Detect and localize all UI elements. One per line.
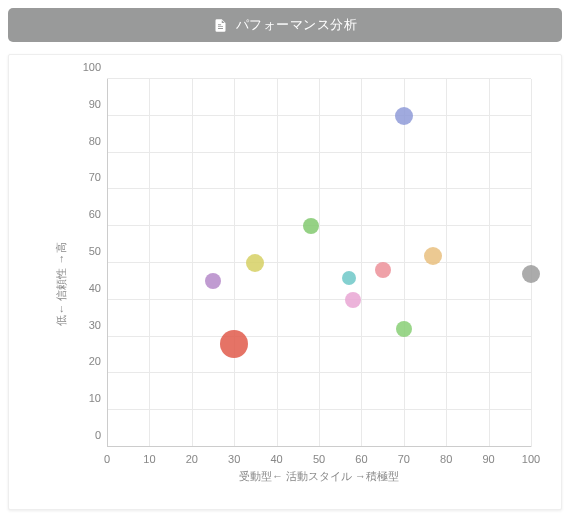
y-tick: 70 <box>89 171 107 183</box>
data-point[interactable] <box>522 265 540 283</box>
y-tick: 60 <box>89 208 107 220</box>
data-point[interactable] <box>246 254 264 272</box>
y-tick: 30 <box>89 319 107 331</box>
gridline-v <box>361 79 362 447</box>
data-point[interactable] <box>345 292 361 308</box>
gridline-v <box>446 79 447 447</box>
gridline-v <box>319 79 320 447</box>
data-point[interactable] <box>205 273 221 289</box>
y-tick: 50 <box>89 245 107 257</box>
gridline-v <box>234 79 235 447</box>
x-tick: 70 <box>398 447 410 465</box>
gridline-v <box>277 79 278 447</box>
page-header: パフォーマンス分析 <box>8 8 562 42</box>
x-tick: 40 <box>270 447 282 465</box>
x-tick: 20 <box>186 447 198 465</box>
y-tick: 0 <box>95 429 107 441</box>
data-point[interactable] <box>396 321 412 337</box>
data-point[interactable] <box>342 271 356 285</box>
x-tick: 80 <box>440 447 452 465</box>
gridline-v <box>489 79 490 447</box>
x-tick: 50 <box>313 447 325 465</box>
page-title: パフォーマンス分析 <box>236 16 358 34</box>
data-point[interactable] <box>375 262 391 278</box>
x-tick: 0 <box>104 447 110 465</box>
y-tick: 20 <box>89 355 107 367</box>
gridline-v <box>404 79 405 447</box>
x-tick: 100 <box>522 447 540 465</box>
x-tick: 30 <box>228 447 240 465</box>
y-tick: 10 <box>89 392 107 404</box>
x-tick: 90 <box>482 447 494 465</box>
y-tick: 100 <box>83 61 107 73</box>
performance-chart: 低← 信頼性 →高 受動型← 活動スタイル →積極型 0102030405060… <box>15 65 555 503</box>
x-tick: 10 <box>143 447 155 465</box>
data-point[interactable] <box>303 218 319 234</box>
data-point[interactable] <box>220 330 248 358</box>
y-tick: 90 <box>89 98 107 110</box>
document-icon <box>213 18 228 33</box>
gridline-v <box>531 79 532 447</box>
y-axis-label: 低← 信頼性 →高 <box>54 242 69 325</box>
plot-area: 受動型← 活動スタイル →積極型 01020304050607080901000… <box>107 79 531 447</box>
y-tick: 80 <box>89 135 107 147</box>
x-axis-label: 受動型← 活動スタイル →積極型 <box>107 469 531 484</box>
data-point[interactable] <box>395 107 413 125</box>
x-tick: 60 <box>355 447 367 465</box>
y-axis-line <box>107 79 108 447</box>
gridline-v <box>149 79 150 447</box>
chart-card: 低← 信頼性 →高 受動型← 活動スタイル →積極型 0102030405060… <box>8 54 562 510</box>
gridline-v <box>192 79 193 447</box>
data-point[interactable] <box>424 247 442 265</box>
y-tick: 40 <box>89 282 107 294</box>
